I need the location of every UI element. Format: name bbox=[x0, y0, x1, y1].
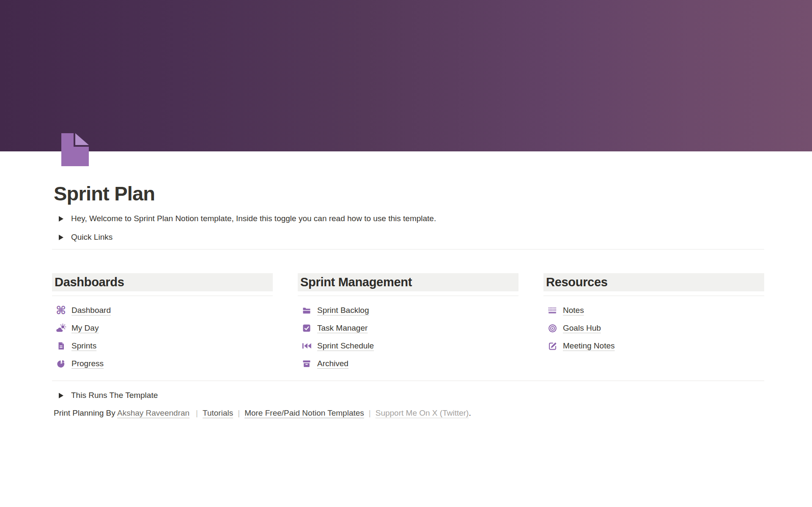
link-goals-hub[interactable]: Goals Hub bbox=[563, 323, 601, 333]
footer-link-more-templates[interactable]: More Free/Paid Notion Templates bbox=[244, 408, 364, 417]
link-list-sprint-management: Sprint Backlog Task Manager bbox=[298, 301, 518, 373]
column-header-label: Resources bbox=[546, 275, 608, 289]
footer-link-support-x[interactable]: Support Me On X (Twitter) bbox=[376, 408, 469, 417]
page-cover bbox=[0, 0, 812, 151]
link-task-manager[interactable]: Task Manager bbox=[317, 323, 368, 333]
page-content: Sprint Plan Hey, Welcome to Sprint Plan … bbox=[52, 151, 764, 419]
toggle-runs-template[interactable]: This Runs The Template bbox=[52, 390, 764, 401]
footer-credits: Print Planning By Akshay Raveendran|Tuto… bbox=[54, 408, 764, 419]
checked-checkbox-icon bbox=[301, 324, 312, 332]
column-sprint-management: Sprint Management Sprint Backlog bbox=[298, 273, 518, 373]
edit-square-icon bbox=[547, 342, 558, 351]
report-document-icon bbox=[55, 342, 66, 350]
link-meeting-notes[interactable]: Meeting Notes bbox=[563, 341, 615, 351]
link-item-meeting-notes[interactable]: Meeting Notes bbox=[543, 337, 764, 355]
footer-suffix: . bbox=[469, 408, 471, 417]
column-resources: Resources Note bbox=[543, 273, 764, 373]
archive-box-icon bbox=[301, 359, 312, 368]
page-title: Sprint Plan bbox=[54, 182, 764, 206]
page-icon[interactable] bbox=[61, 133, 89, 166]
column-header-label: Sprint Management bbox=[300, 275, 412, 289]
link-archived[interactable]: Archived bbox=[317, 359, 348, 368]
rewind-icon bbox=[301, 343, 312, 349]
toggle-welcome[interactable]: Hey, Welcome to Sprint Plan Notion templ… bbox=[52, 213, 764, 224]
link-item-task-manager[interactable]: Task Manager bbox=[298, 319, 518, 337]
notion-page: { "page": { "title": "Sprint Plan", "ico… bbox=[0, 0, 812, 507]
footer-separator: | bbox=[196, 408, 198, 417]
link-item-sprint-backlog[interactable]: Sprint Backlog bbox=[298, 301, 518, 319]
link-notes[interactable]: Notes bbox=[563, 306, 584, 315]
toggle-arrow-icon[interactable] bbox=[59, 216, 63, 222]
link-sprints[interactable]: Sprints bbox=[71, 341, 96, 351]
target-icon bbox=[547, 324, 558, 333]
link-sprint-backlog[interactable]: Sprint Backlog bbox=[317, 306, 369, 315]
toggle-arrow-icon[interactable] bbox=[59, 235, 63, 240]
link-dashboard[interactable]: Dashboard bbox=[71, 306, 111, 315]
toggle-quick-links[interactable]: Quick Links bbox=[52, 232, 764, 243]
column-rule bbox=[52, 296, 273, 296]
column-rule bbox=[543, 296, 764, 296]
footer-separator: | bbox=[238, 408, 240, 417]
column-header-sprint-management: Sprint Management bbox=[298, 273, 518, 291]
link-item-progress[interactable]: Progress bbox=[52, 355, 273, 373]
footer-separator: | bbox=[369, 408, 371, 417]
toggle-arrow-icon[interactable] bbox=[59, 393, 63, 398]
keyboard-icon bbox=[547, 307, 558, 314]
divider-top bbox=[52, 249, 764, 249]
link-list-resources: Notes Goals Hub bbox=[543, 301, 764, 355]
toggle-runs-template-label: This Runs The Template bbox=[71, 391, 158, 400]
footer-link-author[interactable]: Akshay Raveendran bbox=[117, 408, 189, 417]
footer-link-tutorials[interactable]: Tutorials bbox=[203, 408, 233, 417]
link-item-goals-hub[interactable]: Goals Hub bbox=[543, 319, 764, 337]
link-item-dashboard[interactable]: ⌘ Dashboard bbox=[52, 301, 273, 319]
pie-chart-icon bbox=[55, 359, 66, 368]
toggle-welcome-label: Hey, Welcome to Sprint Plan Notion templ… bbox=[71, 214, 436, 223]
open-folder-icon bbox=[301, 306, 312, 315]
column-dashboards: Dashboards ⌘ Dashboard bbox=[52, 273, 273, 373]
link-item-notes[interactable]: Notes bbox=[543, 301, 764, 319]
link-columns: Dashboards ⌘ Dashboard bbox=[52, 273, 764, 373]
command-icon: ⌘ bbox=[55, 305, 66, 316]
link-sprint-schedule[interactable]: Sprint Schedule bbox=[317, 341, 374, 351]
sun-behind-cloud-icon bbox=[55, 323, 66, 333]
purple-document-page-icon bbox=[61, 133, 89, 166]
divider-bottom bbox=[52, 381, 764, 381]
toggle-quick-links-label: Quick Links bbox=[71, 233, 112, 242]
footer-prefix: Print Planning By bbox=[54, 408, 117, 417]
column-header-dashboards: Dashboards bbox=[52, 273, 273, 291]
link-list-dashboards: ⌘ Dashboard bbox=[52, 301, 273, 373]
column-header-label: Dashboards bbox=[55, 275, 124, 289]
column-rule bbox=[298, 296, 518, 296]
column-header-resources: Resources bbox=[543, 273, 764, 291]
link-item-my-day[interactable]: My Day bbox=[52, 319, 273, 337]
link-item-archived[interactable]: Archived bbox=[298, 355, 518, 373]
link-progress[interactable]: Progress bbox=[71, 359, 104, 368]
link-my-day[interactable]: My Day bbox=[71, 323, 99, 333]
link-item-sprints[interactable]: Sprints bbox=[52, 337, 273, 355]
link-item-sprint-schedule[interactable]: Sprint Schedule bbox=[298, 337, 518, 355]
